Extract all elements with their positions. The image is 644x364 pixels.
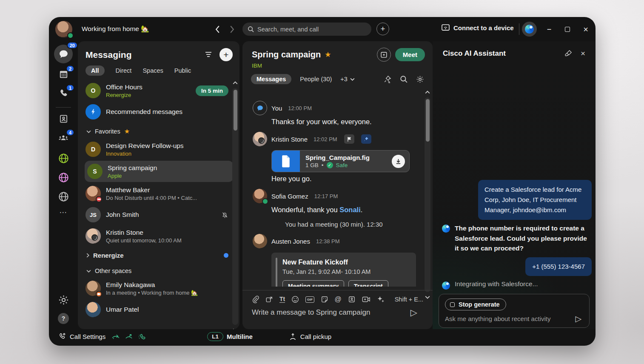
list-item-emily-nakagawa[interactable]: Emily Nakagawa In a meeting • Working fr… <box>78 278 239 299</box>
schedule-meeting-button[interactable] <box>377 48 391 62</box>
space-settings-icon[interactable] <box>416 75 424 83</box>
sidebar-item-meetings[interactable]: 2 <box>49 68 78 80</box>
pin-icon[interactable] <box>361 134 371 144</box>
settings-button[interactable] <box>49 295 78 305</box>
call-hold-icon[interactable] <box>125 333 133 340</box>
new-message-button[interactable]: + <box>219 48 233 61</box>
list-item-recommended[interactable]: Recommended messages <box>78 101 239 122</box>
item-subtitle: Innovation <box>106 151 228 157</box>
sidebar-item-teams[interactable]: 4 <box>49 132 78 144</box>
add-button[interactable]: + <box>376 23 389 35</box>
ai-sparkle-icon[interactable] <box>377 296 385 303</box>
sidebar-item-workspace-green[interactable] <box>49 153 78 164</box>
ai-assistant-panel: Cisco AI Assistant × Create a Salesforce… <box>433 41 596 329</box>
message-input[interactable] <box>252 308 410 317</box>
avatar[interactable] <box>55 21 72 38</box>
chat-scrollbar[interactable] <box>425 97 430 292</box>
download-button[interactable] <box>392 155 405 168</box>
tab-more[interactable]: +3 <box>340 76 355 82</box>
sidebar-item-workspace-gray[interactable] <box>49 191 78 202</box>
sidebar-item-calls[interactable]: 1 <box>49 87 78 99</box>
transcript-button[interactable]: Transcript <box>348 280 388 287</box>
messaging-scrollbar[interactable] <box>232 88 238 325</box>
sidebar-item-contacts[interactable] <box>49 113 78 125</box>
mention[interactable]: Sonali <box>339 206 361 213</box>
minimize-button[interactable]: − <box>544 24 555 35</box>
item-title: Kristin Stone <box>106 229 228 236</box>
filter-icon[interactable] <box>204 50 214 60</box>
scroll-up-icon[interactable] <box>233 81 238 85</box>
scrollbar-thumb[interactable] <box>426 99 430 142</box>
message-text: Thanks for your work, everyone. <box>271 118 422 126</box>
list-item-design-review[interactable]: D Design Review Follow-ups Innovation <box>78 139 239 160</box>
sticker-icon[interactable] <box>321 296 328 303</box>
meeting-summary-button[interactable]: Meeting summary <box>282 280 344 287</box>
list-item-matthew-baker[interactable]: Matthew Baker Do Not Disturb until 4:00 … <box>78 183 239 204</box>
section-other-spaces[interactable]: Other spaces <box>78 262 239 278</box>
tab-messages[interactable]: Messages <box>251 74 291 84</box>
section-renergize[interactable]: Renergize <box>78 247 239 262</box>
forward-icon[interactable] <box>227 24 237 34</box>
connect-to-device[interactable]: Connect to a device <box>442 24 514 31</box>
gif-icon[interactable]: GIF <box>305 296 314 303</box>
tab-direct[interactable]: Direct <box>116 67 132 74</box>
ai-send-icon[interactable]: ▷ <box>575 314 581 324</box>
meet-button[interactable]: Meet <box>395 48 425 61</box>
stop-generate-button[interactable]: Stop generate <box>445 299 506 310</box>
video-message-icon[interactable] <box>362 296 370 303</box>
call-pickup-button[interactable]: Call pickup <box>289 333 331 341</box>
favorite-star-icon[interactable]: ★ <box>325 50 331 59</box>
conversation-list: O Office Hours Renergize In 5 min Recomm… <box>78 80 239 320</box>
sidebar-item-messaging[interactable]: 20 <box>49 45 78 63</box>
tab-people[interactable]: People (30) <box>300 76 332 82</box>
sidebar-item-workspace-pink[interactable] <box>49 172 78 183</box>
back-icon[interactable] <box>212 24 222 34</box>
close-button[interactable]: × <box>580 24 591 35</box>
stop-icon <box>450 302 455 307</box>
search-in-space-icon[interactable] <box>400 75 407 83</box>
file-attachment[interactable]: Spring_Campaign.fig 1 GB • ✓ Safe <box>271 150 410 172</box>
list-item-umar-patel[interactable]: Umar Patel <box>78 299 239 320</box>
flag-icon[interactable] <box>344 134 354 144</box>
help-button[interactable]: ? <box>49 313 78 324</box>
close-panel-icon[interactable]: × <box>581 49 585 58</box>
emoji-icon[interactable] <box>291 296 299 303</box>
format-text-icon[interactable]: Tt <box>279 296 285 303</box>
pinned-messages-icon[interactable] <box>383 75 391 83</box>
mention-icon[interactable]: @ <box>335 296 342 303</box>
section-favorites[interactable]: Favorites ★ <box>78 122 239 139</box>
global-search[interactable] <box>242 23 371 36</box>
item-title: Design Review Follow-ups <box>106 142 228 150</box>
meeting-card[interactable]: New Feature Kickoff Tue, Jan 21, 9:02 AM… <box>271 253 416 287</box>
ai-assistant-button[interactable] <box>522 22 537 37</box>
screen-capture-icon[interactable] <box>265 296 273 303</box>
search-input[interactable] <box>257 26 366 33</box>
clear-chat-icon[interactable] <box>564 50 572 57</box>
meeting-title: New Feature Kickoff <box>282 259 409 266</box>
send-icon[interactable]: ▷ <box>410 307 417 318</box>
hunt-group-icon[interactable] <box>138 333 145 341</box>
ai-prompt-input[interactable] <box>445 315 575 322</box>
file-icon <box>272 151 300 172</box>
multiline-selector[interactable]: L1 Multiline <box>207 332 253 341</box>
scrollbar-thumb[interactable] <box>234 90 237 131</box>
chat-panel: Spring campaign ★ Meet IBM Messages Peop… <box>242 41 433 329</box>
more-apps-icon[interactable]: ⋯ <box>49 208 78 217</box>
meeting-time: Tue, Jan 21, 9:02 AM- 10:10 AM <box>282 268 409 275</box>
maximize-button[interactable] <box>562 24 573 35</box>
tab-public[interactable]: Public <box>174 67 191 74</box>
call-forward-icon[interactable] <box>111 333 120 340</box>
tab-all[interactable]: All <box>85 65 105 76</box>
meeting-countdown-badge[interactable]: In 5 min <box>196 85 228 96</box>
list-item-kristin-stone[interactable]: Kristin Stone Quiet until tomorrow, 10:0… <box>78 225 239 247</box>
list-item-spring-campaign[interactable]: S Spring campaign Apple <box>85 161 234 182</box>
call-settings-button[interactable]: Call Settings <box>58 333 105 341</box>
attach-icon[interactable] <box>252 296 259 303</box>
kristin-avatar <box>253 132 267 146</box>
list-item-office-hours[interactable]: O Office Hours Renergize In 5 min <box>78 80 239 101</box>
tab-spaces[interactable]: Spaces <box>142 67 163 74</box>
personal-room-icon[interactable] <box>348 296 356 303</box>
scroll-up-icon[interactable] <box>425 91 430 94</box>
list-item-john-smith[interactable]: JS John Smith <box>78 204 239 225</box>
titlebar: Working from home 🏡 + Connect to a devic… <box>49 17 596 41</box>
